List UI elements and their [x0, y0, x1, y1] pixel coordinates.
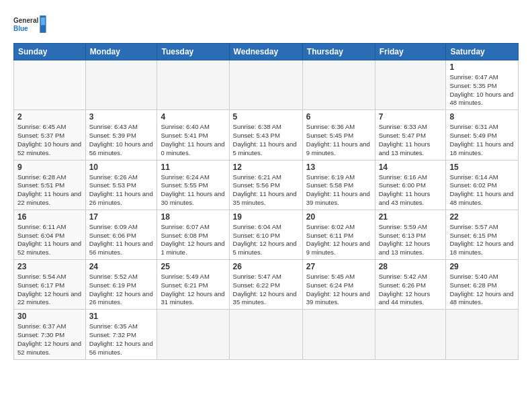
svg-text:Blue: Blue — [13, 25, 28, 32]
calendar-day-cell: 5Sunrise: 6:38 AM Sunset: 5:43 PM Daylig… — [229, 110, 302, 160]
header: General Blue — [13, 11, 519, 38]
calendar-day-cell — [375, 60, 446, 110]
calendar-day-cell: 21Sunrise: 5:59 AM Sunset: 6:13 PM Dayli… — [375, 210, 446, 259]
day-number: 17 — [89, 212, 154, 222]
day-number: 10 — [89, 163, 154, 172]
svg-marker-3 — [41, 17, 45, 25]
day-number: 8 — [449, 112, 515, 122]
calendar-day-cell: 7Sunrise: 6:33 AM Sunset: 5:47 PM Daylig… — [375, 110, 446, 160]
day-number: 26 — [233, 262, 299, 271]
day-info: Sunrise: 6:35 AM Sunset: 7:32 PM Dayligh… — [89, 322, 154, 357]
day-info: Sunrise: 6:19 AM Sunset: 5:58 PM Dayligh… — [306, 173, 371, 208]
calendar-week-row: 2Sunrise: 6:45 AM Sunset: 5:37 PM Daylig… — [14, 110, 519, 160]
day-info: Sunrise: 6:40 AM Sunset: 5:41 PM Dayligh… — [161, 123, 225, 157]
day-number: 3 — [89, 112, 154, 122]
day-number: 22 — [449, 212, 515, 222]
day-info: Sunrise: 6:37 AM Sunset: 7:30 PM Dayligh… — [17, 322, 82, 357]
day-info: Sunrise: 6:14 AM Sunset: 6:02 PM Dayligh… — [449, 173, 515, 208]
calendar-day-cell: 27Sunrise: 5:45 AM Sunset: 6:24 PM Dayli… — [302, 260, 375, 310]
day-info: Sunrise: 6:47 AM Sunset: 5:35 PM Dayligh… — [449, 73, 515, 107]
calendar-week-row: 30Sunrise: 6:37 AM Sunset: 7:30 PM Dayli… — [14, 310, 519, 359]
calendar-table: SundayMondayTuesdayWednesdayThursdayFrid… — [13, 43, 519, 360]
calendar-day-cell — [375, 310, 446, 359]
calendar-day-cell — [446, 310, 519, 359]
weekday-header-friday: Friday — [375, 44, 446, 60]
weekday-header-tuesday: Tuesday — [157, 44, 229, 60]
calendar-day-cell: 1Sunrise: 6:47 AM Sunset: 5:35 PM Daylig… — [446, 60, 519, 110]
calendar-day-cell: 9Sunrise: 6:28 AM Sunset: 5:51 PM Daylig… — [14, 160, 86, 210]
day-number: 6 — [306, 112, 371, 122]
calendar-day-cell: 30Sunrise: 6:37 AM Sunset: 7:30 PM Dayli… — [14, 310, 86, 359]
calendar-day-cell: 25Sunrise: 5:49 AM Sunset: 6:21 PM Dayli… — [157, 260, 229, 310]
day-info: Sunrise: 6:45 AM Sunset: 5:37 PM Dayligh… — [17, 123, 82, 157]
calendar-day-cell: 19Sunrise: 6:04 AM Sunset: 6:10 PM Dayli… — [229, 210, 302, 259]
day-info: Sunrise: 6:02 AM Sunset: 6:11 PM Dayligh… — [306, 223, 371, 257]
calendar-day-cell: 14Sunrise: 6:16 AM Sunset: 6:00 PM Dayli… — [375, 160, 446, 210]
calendar-day-cell: 28Sunrise: 5:42 AM Sunset: 6:26 PM Dayli… — [375, 260, 446, 310]
generalblue-logo-icon: General Blue — [13, 11, 47, 38]
calendar-day-cell: 16Sunrise: 6:11 AM Sunset: 6:04 PM Dayli… — [14, 210, 86, 259]
calendar-day-cell — [302, 310, 375, 359]
day-info: Sunrise: 6:26 AM Sunset: 5:53 PM Dayligh… — [89, 173, 154, 208]
day-number: 7 — [379, 112, 443, 122]
weekday-header-sunday: Sunday — [14, 44, 86, 60]
calendar-day-cell: 6Sunrise: 6:36 AM Sunset: 5:45 PM Daylig… — [302, 110, 375, 160]
day-number: 29 — [449, 262, 515, 271]
calendar-day-cell: 3Sunrise: 6:43 AM Sunset: 5:39 PM Daylig… — [85, 110, 157, 160]
calendar-day-cell — [85, 60, 157, 110]
day-info: Sunrise: 6:07 AM Sunset: 6:08 PM Dayligh… — [161, 223, 225, 257]
day-info: Sunrise: 5:42 AM Sunset: 6:26 PM Dayligh… — [379, 273, 443, 307]
weekday-header-wednesday: Wednesday — [229, 44, 302, 60]
weekday-header-monday: Monday — [85, 44, 157, 60]
calendar-day-cell: 10Sunrise: 6:26 AM Sunset: 5:53 PM Dayli… — [85, 160, 157, 210]
calendar-day-cell: 4Sunrise: 6:40 AM Sunset: 5:41 PM Daylig… — [157, 110, 229, 160]
day-number: 30 — [17, 312, 82, 321]
day-info: Sunrise: 6:28 AM Sunset: 5:51 PM Dayligh… — [17, 173, 82, 208]
calendar-day-cell — [157, 60, 229, 110]
day-number: 13 — [306, 163, 371, 172]
day-info: Sunrise: 5:47 AM Sunset: 6:22 PM Dayligh… — [233, 273, 299, 307]
calendar-day-cell: 11Sunrise: 6:24 AM Sunset: 5:55 PM Dayli… — [157, 160, 229, 210]
day-number: 9 — [17, 163, 82, 172]
day-info: Sunrise: 6:21 AM Sunset: 5:56 PM Dayligh… — [233, 173, 299, 208]
calendar-day-cell — [302, 60, 375, 110]
day-number: 25 — [161, 262, 225, 271]
calendar-week-row: 9Sunrise: 6:28 AM Sunset: 5:51 PM Daylig… — [14, 160, 519, 210]
calendar-day-cell — [157, 310, 229, 359]
day-info: Sunrise: 5:49 AM Sunset: 6:21 PM Dayligh… — [161, 273, 225, 307]
calendar-day-cell — [14, 60, 86, 110]
day-number: 12 — [233, 163, 299, 172]
calendar-day-cell: 22Sunrise: 5:57 AM Sunset: 6:15 PM Dayli… — [446, 210, 519, 259]
day-number: 15 — [449, 163, 515, 172]
day-info: Sunrise: 6:43 AM Sunset: 5:39 PM Dayligh… — [89, 123, 154, 157]
day-number: 14 — [379, 163, 443, 172]
day-number: 5 — [233, 112, 299, 122]
day-number: 28 — [379, 262, 443, 271]
day-number: 1 — [449, 62, 515, 72]
day-number: 21 — [379, 212, 443, 222]
day-number: 16 — [17, 212, 82, 222]
day-info: Sunrise: 5:57 AM Sunset: 6:15 PM Dayligh… — [449, 223, 515, 257]
day-info: Sunrise: 5:59 AM Sunset: 6:13 PM Dayligh… — [379, 223, 443, 257]
day-number: 18 — [161, 212, 225, 222]
day-number: 24 — [89, 262, 154, 271]
svg-text:General: General — [13, 17, 38, 24]
calendar-day-cell — [229, 310, 302, 359]
day-info: Sunrise: 6:16 AM Sunset: 6:00 PM Dayligh… — [379, 173, 443, 208]
page: General Blue SundayMondayTuesdayWednesda… — [0, 0, 532, 411]
calendar-day-cell — [229, 60, 302, 110]
day-info: Sunrise: 6:38 AM Sunset: 5:43 PM Dayligh… — [233, 123, 299, 157]
day-info: Sunrise: 6:11 AM Sunset: 6:04 PM Dayligh… — [17, 223, 82, 257]
day-number: 31 — [89, 312, 154, 321]
calendar-day-cell: 18Sunrise: 6:07 AM Sunset: 6:08 PM Dayli… — [157, 210, 229, 259]
calendar-day-cell: 20Sunrise: 6:02 AM Sunset: 6:11 PM Dayli… — [302, 210, 375, 259]
day-number: 23 — [17, 262, 82, 271]
weekday-header-saturday: Saturday — [446, 44, 519, 60]
day-info: Sunrise: 5:52 AM Sunset: 6:19 PM Dayligh… — [89, 273, 154, 307]
calendar-day-cell: 31Sunrise: 6:35 AM Sunset: 7:32 PM Dayli… — [85, 310, 157, 359]
day-info: Sunrise: 6:24 AM Sunset: 5:55 PM Dayligh… — [161, 173, 225, 208]
day-number: 27 — [306, 262, 371, 271]
calendar-week-row: 23Sunrise: 5:54 AM Sunset: 6:17 PM Dayli… — [14, 260, 519, 310]
logo: General Blue — [13, 11, 47, 38]
calendar-week-row: 1Sunrise: 6:47 AM Sunset: 5:35 PM Daylig… — [14, 60, 519, 110]
